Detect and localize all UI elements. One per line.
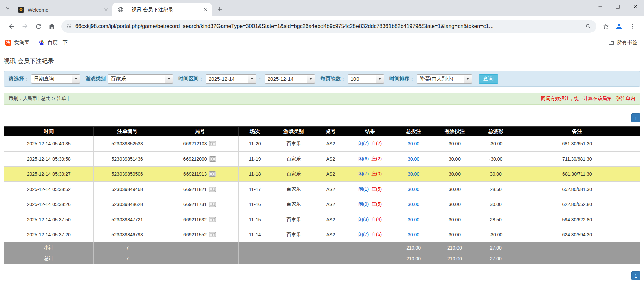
all-bookmarks-label: 所有书签 <box>617 39 637 46</box>
cell-bet-id: 523039850506 <box>94 167 161 182</box>
result-banker: 庄(6) <box>371 232 382 237</box>
new-tab-button[interactable] <box>214 4 226 15</box>
col-header-table: 桌号 <box>316 127 345 136</box>
total-bet-link[interactable]: 30.00 <box>408 217 419 222</box>
chevron-down-icon[interactable] <box>376 74 384 84</box>
minimize-button[interactable] <box>591 0 609 13</box>
total-row: 总计 7 210.00 210.00 27.00 <box>4 253 640 264</box>
replay-icon[interactable] <box>209 217 216 222</box>
replay-icon[interactable] <box>209 156 216 162</box>
cell-game: 百家乐 <box>271 152 316 167</box>
subtotal-count: 7 <box>94 242 161 253</box>
cell-payout: 30.00 <box>477 167 514 182</box>
tab-search-chevron-icon[interactable] <box>3 4 12 13</box>
total-bet-link[interactable]: 30.00 <box>408 202 419 207</box>
subtotal-label: 小计 <box>4 242 94 253</box>
replay-icon[interactable] <box>209 232 216 237</box>
reload-icon[interactable] <box>32 20 45 33</box>
per-page-combobox[interactable] <box>348 74 384 84</box>
cell-result: 闲(1) 庄(5) <box>345 182 395 197</box>
cell-time: 2025-12-14 05:39:58 <box>4 152 94 167</box>
replay-icon[interactable] <box>209 171 216 177</box>
page-1-button[interactable]: 1 <box>631 271 640 280</box>
page-1-button[interactable]: 1 <box>631 113 640 122</box>
game-type-combobox[interactable] <box>108 74 173 84</box>
replay-icon[interactable] <box>209 187 216 192</box>
profile-avatar-icon[interactable] <box>612 20 626 33</box>
result-player: 闲(7) <box>358 171 369 176</box>
tab-close-icon[interactable] <box>103 7 109 13</box>
valid-bet-notice: 同局有效投注，统一计算在该局第一张注单内 <box>541 96 635 102</box>
total-bet-link[interactable]: 30.00 <box>408 141 419 146</box>
back-icon[interactable] <box>5 20 18 33</box>
cell-round: 669211632 <box>161 212 239 227</box>
cell-result: 闲(3) 庄(4) <box>345 212 395 227</box>
bookmarks-bar: 淘 爱淘宝 百度一下 所有书签 <box>0 36 644 49</box>
date-from-input[interactable] <box>206 74 248 84</box>
total-bet-link[interactable]: 30.00 <box>408 187 419 192</box>
cell-session: 11-17 <box>239 182 271 197</box>
site-settings-icon[interactable] <box>66 23 72 29</box>
total-bet-link[interactable]: 30.00 <box>408 171 419 177</box>
sort-combobox[interactable] <box>417 74 472 84</box>
replay-icon[interactable] <box>209 202 216 207</box>
query-type-combobox[interactable] <box>31 74 80 84</box>
result-player: 闲(6) <box>358 156 369 161</box>
cell-result: 闲(9) 庄(5) <box>345 197 395 212</box>
cell-valid-bet: 30.00 <box>432 197 477 212</box>
cell-total-bet: 30.00 <box>395 167 432 182</box>
date-to-picker[interactable] <box>265 74 315 84</box>
address-bar[interactable]: 66cxkj98.com/ipl/portal.php/game/betreco… <box>61 20 596 33</box>
chevron-down-icon[interactable] <box>248 74 256 84</box>
all-bookmarks-button[interactable]: 所有书签 <box>608 39 637 46</box>
close-window-button[interactable] <box>626 0 644 13</box>
bookmark-baidu[interactable]: 百度一下 <box>39 39 68 46</box>
forward-icon[interactable] <box>18 20 32 33</box>
table-row: 2025-12-14 05:37:20 523039846793 6692115… <box>4 227 640 242</box>
tab-welcome[interactable]: Welcome <box>13 3 112 16</box>
cell-game: 百家乐 <box>271 136 316 152</box>
chevron-down-icon[interactable] <box>72 74 80 84</box>
zoom-icon[interactable] <box>585 23 591 29</box>
date-from-picker[interactable] <box>206 74 256 84</box>
cell-payout: -30.00 <box>477 227 514 242</box>
col-header-result: 结果 <box>345 127 395 136</box>
cell-session: 11-16 <box>239 197 271 212</box>
pagination-top: 1 <box>4 113 640 122</box>
total-bet-link[interactable]: 30.00 <box>408 232 419 237</box>
tab-bet-record[interactable]: :::视讯 会员下注纪录::: <box>112 3 212 16</box>
cell-valid-bet: 30.00 <box>432 167 477 182</box>
tab-close-icon[interactable] <box>203 7 209 13</box>
date-to-input[interactable] <box>265 74 307 84</box>
table-row: 2025-12-14 05:38:52 523039849468 6692118… <box>4 182 640 197</box>
bookmark-aitaobao[interactable]: 淘 爱淘宝 <box>5 39 29 46</box>
chevron-down-icon[interactable] <box>464 74 472 84</box>
menu-kebab-icon[interactable] <box>626 20 639 33</box>
pagination-bottom: 1 <box>4 271 640 280</box>
cell-remark: 594.30/622.80 <box>514 212 640 227</box>
cell-remark: 622.80/652.80 <box>514 197 640 212</box>
result-player: 闲(3) <box>358 217 369 222</box>
replay-icon[interactable] <box>209 141 216 146</box>
bookmark-star-icon[interactable] <box>599 20 612 33</box>
globe-icon <box>117 6 124 13</box>
chevron-down-icon[interactable] <box>307 74 315 84</box>
per-page-input[interactable] <box>348 74 376 84</box>
window-controls <box>591 0 644 13</box>
cell-game: 百家乐 <box>271 197 316 212</box>
cell-total-bet: 30.00 <box>395 152 432 167</box>
total-bet-link[interactable]: 30.00 <box>408 156 419 162</box>
table-row: 2025-12-14 05:39:27 523039850506 6692119… <box>4 167 640 182</box>
home-icon[interactable] <box>45 20 59 33</box>
chevron-down-icon[interactable] <box>165 74 173 84</box>
maximize-button[interactable] <box>609 0 626 13</box>
cell-round: 669212103 <box>161 136 239 152</box>
table-header-row: 时间 注单编号 局号 场次 游戏类别 桌号 结果 总投注 有效投注 总派彩 备注 <box>4 127 640 136</box>
game-type-input[interactable] <box>108 74 165 84</box>
sort-input[interactable] <box>417 74 464 84</box>
cell-valid-bet: 30.00 <box>432 212 477 227</box>
search-button[interactable]: 查询 <box>479 74 498 84</box>
page-title: 视讯 会员下注纪录 <box>4 49 640 65</box>
query-type-input[interactable] <box>31 74 72 84</box>
summary-bar: 币别：人民币 | 总共 :7 注单 | 同局有效投注，统一计算在该局第一张注单内 <box>4 93 640 105</box>
